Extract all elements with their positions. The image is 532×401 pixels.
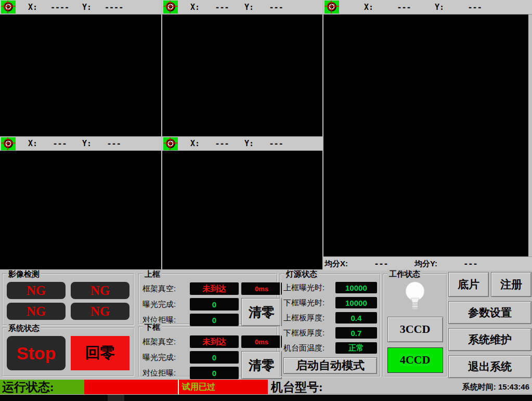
return-zero-button[interactable]: 回零 [71, 336, 129, 370]
camera1-view [0, 15, 161, 136]
crosshair-icon [163, 137, 178, 150]
taskbar-fragment [108, 395, 124, 401]
avg-x-label: 均分X: [325, 259, 348, 269]
detect-result-1: NG [7, 282, 66, 299]
avg-y-value: --- [437, 259, 504, 268]
camera2-view [162, 15, 322, 136]
register-button[interactable]: 注册 [491, 272, 531, 297]
vacuum-label: 框架真空: [142, 284, 187, 294]
exit-system-button[interactable]: 退出系统 [448, 355, 531, 378]
average-coordinates-bar: 均分X: --- 均分Y: --- [323, 256, 532, 270]
group-title: 工作状态 [387, 269, 422, 279]
image-detection-group: 影像检测 NG NG NG NG [2, 274, 134, 326]
camera3-view [323, 15, 528, 256]
camera4-view [0, 151, 161, 269]
x-label: X: [190, 139, 200, 148]
detect-result-2: NG [71, 282, 129, 299]
vacuum-value: 未到达 [190, 335, 239, 348]
avg-x-value: --- [348, 259, 414, 268]
lower-plate-thickness-row: 下框板厚度: 0.7 [283, 327, 377, 339]
detect-result-4: NG [71, 303, 129, 320]
camera5-view [162, 151, 322, 269]
detect-result-3: NG [7, 303, 66, 320]
align-reject-value: 0 [190, 314, 239, 326]
parameter-settings-button[interactable]: 参数设置 [448, 301, 531, 324]
group-title: 影像检测 [7, 269, 41, 279]
ccd3-mode-button[interactable]: 3CCD [387, 317, 443, 342]
exposure-done-label: 曝光完成: [142, 353, 187, 363]
x-value: ---- [37, 3, 82, 12]
x-label: X: [364, 3, 373, 12]
table-temperature-row: 机台面温度: 正常 [283, 342, 377, 354]
x-value: --- [200, 3, 244, 12]
row-value: 10000 [335, 282, 377, 293]
row-label: 下框板厚度: [283, 328, 335, 338]
crosshair-icon [163, 1, 178, 14]
avg-y-label: 均分Y: [414, 259, 437, 269]
ccd4-mode-button[interactable]: 4CCD [387, 347, 443, 373]
y-value: --- [92, 139, 136, 148]
run-status-indicator: 试用已过 [84, 380, 268, 394]
bottom-edge-strip [0, 395, 532, 401]
vacuum-time: 0ms [241, 335, 282, 348]
camera1-header: X: ---- Y: ---- [0, 0, 161, 15]
y-value: --- [254, 139, 299, 148]
system-maintenance-button[interactable]: 系统维护 [448, 328, 531, 351]
exposure-done-value: 0 [190, 351, 239, 364]
start-auto-mode-button[interactable]: 启动自动模式 [283, 357, 377, 374]
y-value: --- [444, 3, 505, 12]
row-label: 上框曝光时: [283, 283, 335, 293]
work-status-group: 工作状态 3CCD 4CCD [383, 274, 447, 377]
machine-model-label: 机台型号: [271, 380, 323, 394]
crosshair-icon [1, 1, 16, 14]
vacuum-label: 框架真空: [142, 337, 187, 347]
row-value: 10000 [335, 297, 377, 308]
clear-lower-button[interactable]: 清零 [241, 351, 282, 379]
film-button[interactable]: 底片 [448, 272, 489, 297]
y-value: --- [254, 3, 299, 12]
y-label: Y: [435, 3, 444, 12]
x-label: X: [28, 3, 37, 12]
divider [178, 380, 179, 394]
machine-control-window: X: ---- Y: ---- X: --- Y: --- X: [0, 0, 532, 401]
x-value: --- [373, 3, 435, 12]
stop-button[interactable]: Stop [7, 336, 66, 370]
upper-frame-group: 上框 框架真空: 未到达 0ms 曝光完成: 0 清零 对位拒曝: 0 [138, 274, 278, 325]
vacuum-time: 0ms [241, 282, 282, 295]
group-title: 系统状态 [7, 324, 41, 333]
trial-expired-text: 试用已过 [182, 380, 215, 394]
x-value: --- [200, 139, 244, 148]
clear-upper-button[interactable]: 清零 [241, 298, 282, 326]
camera5-header: X: --- Y: --- [162, 136, 322, 151]
run-status-label: 运行状态: [0, 380, 84, 394]
row-value: 0.7 [335, 327, 377, 339]
lower-frame-group: 下框 框架真空: 未到达 0ms 曝光完成: 0 清零 对位拒曝: 0 [138, 327, 278, 377]
exposure-done-value: 0 [190, 298, 239, 311]
upper-plate-thickness-row: 上框板厚度: 0.4 [283, 312, 377, 324]
y-label: Y: [244, 139, 254, 148]
row-label: 下框曝光时: [283, 298, 335, 308]
upper-exposure-time-row: 上框曝光时: 10000 [283, 282, 377, 293]
camera2-header: X: --- Y: --- [162, 0, 322, 15]
group-title: 下框 [143, 322, 162, 332]
system-time: 系统时间: 15:43:46 [462, 380, 529, 394]
exposure-done-label: 曝光完成: [142, 300, 187, 309]
crosshair-icon [1, 137, 16, 150]
status-bar: 运行状态: 试用已过 机台型号: 系统时间: 15:43:46 [0, 380, 532, 394]
y-label: Y: [82, 139, 92, 148]
y-label: Y: [244, 3, 254, 12]
light-status-group: 灯源状态 上框曝光时: 10000 下框曝光时: 10000 上框板厚度: 0.… [280, 274, 381, 377]
vacuum-value: 未到达 [190, 282, 239, 295]
crosshair-icon [325, 1, 339, 14]
system-status-group: 系统状态 Stop 回零 [2, 328, 134, 377]
camera4-header: X: --- Y: --- [0, 136, 161, 151]
row-value: 正常 [335, 342, 377, 354]
lower-exposure-time-row: 下框曝光时: 10000 [283, 297, 377, 308]
align-reject-value: 0 [190, 367, 239, 379]
camera3-header: X: --- Y: --- [323, 0, 532, 15]
row-label: 上框板厚度: [283, 313, 335, 323]
row-value: 0.4 [335, 312, 377, 324]
x-label: X: [28, 139, 37, 148]
x-label: X: [190, 3, 200, 12]
align-reject-label: 对位拒曝: [142, 368, 187, 378]
